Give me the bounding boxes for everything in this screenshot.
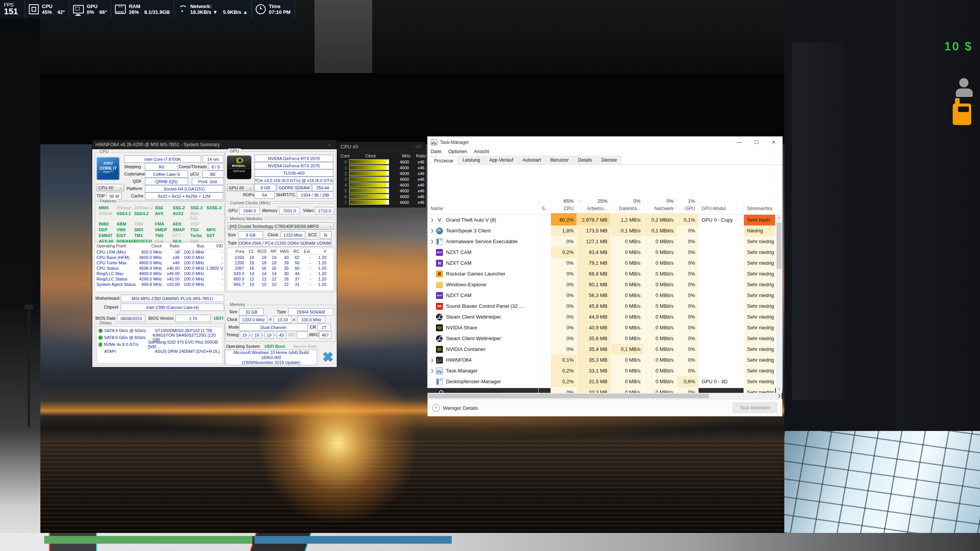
scroll-up-icon[interactable]: ˄	[776, 215, 782, 221]
gpu-select[interactable]: GPU #0⌄	[227, 184, 254, 191]
table-row[interactable]: TeamSpeak 3 Client 1,8% 173,5 MB 0,1 MB/…	[428, 225, 775, 236]
network-cell: 0,1 MBit/s	[644, 225, 677, 236]
rops-label: ROPs	[243, 192, 254, 197]
table-row[interactable]: Rockstar Games Launcher 0% 66,8 MB 0 MB/…	[428, 269, 775, 279]
tab[interactable]: Autostart	[518, 156, 545, 164]
column-network[interactable]: 0% Netzwerk	[644, 197, 677, 214]
tab[interactable]: Details	[574, 156, 596, 164]
fps-value: 151	[4, 7, 18, 16]
tab[interactable]: App-Verlauf	[485, 156, 517, 164]
maximize-button[interactable]: ☐	[748, 137, 765, 148]
gpu-engine-cell	[698, 387, 744, 393]
memory-module-select[interactable]: [#0] Crucial Technology CT8G4DFS8266.M8F…	[228, 222, 334, 230]
gpu-cell: 0%	[677, 322, 698, 333]
table-row[interactable]: Grand Theft Auto V (8) 60,2% 2.979,7 MB …	[428, 215, 775, 225]
table-row[interactable]: Steam Client WebHelper 0% 33,3 MB 0 MB/s…	[428, 387, 775, 393]
cpu-select[interactable]: CPU #0⌄	[97, 184, 124, 191]
cpu-cell: 60,2%	[551, 215, 577, 225]
tab[interactable]: Benutzer	[546, 156, 573, 164]
cpu-feature: TBM	[134, 222, 155, 226]
taskmgr-titlebar[interactable]: Task-Manager — ☐ ✕	[428, 137, 782, 148]
vertical-scrollbar[interactable]: ˄ ˅	[776, 215, 782, 393]
minimize-button[interactable]: —	[730, 137, 748, 148]
table-row[interactable]: NZXT CAM 0,2% 93,4 MB 0 MB/s 0 MBit/s 0%…	[428, 247, 775, 258]
column-status[interactable]: S...	[538, 197, 551, 214]
expand-chevron-icon[interactable]	[429, 355, 435, 366]
close-icon[interactable]: x	[415, 145, 422, 149]
table-row[interactable]: Task-Manager 0,2% 33,1 MB 0 MB/s 0 MBit/…	[428, 366, 775, 376]
table-row[interactable]: Antimalware Service Executable 0% 127,1 …	[428, 236, 775, 247]
scrollbar-thumb[interactable]	[428, 394, 709, 398]
power-usage-cell: Niedrig	[744, 225, 775, 236]
column-cpu[interactable]: 65% CPU	[551, 197, 577, 214]
table-row[interactable]: NVIDIA Container 0% 35,4 MB 0,1 MB/s 0 M…	[428, 344, 775, 355]
gpu-name2-field: NVIDIA GeForce RTX 2070	[255, 162, 333, 169]
mm-clock-label: Clock	[268, 232, 278, 237]
game-background-right	[784, 0, 980, 551]
memory-cell: 35,6 MB	[577, 333, 611, 344]
table-row[interactable]: Windows-Explorer 0% 60,1 MB 0 MB/s 0 MBi…	[428, 279, 775, 290]
tab[interactable]: Prozesse	[430, 156, 458, 165]
stepping-label: Stepping	[124, 164, 141, 169]
gpu-engine-cell	[698, 225, 744, 236]
table-row[interactable]: Desktopfenster-Manager 0,2% 31,5 MB 0 MB…	[428, 376, 775, 387]
memory-timing-row: 1067 16 16 16 35 50 - 1.20	[227, 265, 334, 271]
column-gpu[interactable]: 1% GPU	[677, 197, 698, 214]
table-row[interactable]: Steam Client WebHelper 0% 35,6 MB 0 MB/s…	[428, 333, 775, 344]
menu-item[interactable]: Ansicht	[474, 149, 489, 154]
core-mhz: 4600	[389, 183, 409, 187]
column-gpu-engine[interactable]: GPU-Modul	[698, 197, 744, 214]
column-memory[interactable]: ⌄ 25% Arbeitss...	[577, 197, 611, 214]
trc-label: tRC	[288, 332, 296, 337]
gpu-engine-cell: GPU 0 - Copy	[698, 215, 744, 225]
bus-width-field: 256-bit	[312, 184, 333, 191]
gpu-temp: 66°	[100, 9, 107, 15]
expand-chevron-icon[interactable]	[429, 215, 435, 225]
vram-type-field: GDDR6 SDRAM	[277, 184, 311, 191]
table-row[interactable]: NZXT CAM 0% 56,3 MB 0 MB/s 0 MBit/s 0% S…	[428, 290, 775, 301]
less-details-toggle[interactable]: ˄ Weniger Details	[432, 404, 478, 412]
network-cell: 0 MBit/s	[644, 322, 677, 333]
table-row[interactable]: Steam Client WebHelper 0% 44,9 MB 0 MB/s…	[428, 312, 775, 322]
table-row[interactable]: NVIDIA Share 0% 40,9 MB 0 MB/s 0 MBit/s …	[428, 322, 775, 333]
table-row[interactable]: Sound Blaster Control Panel (32 ... 0% 4…	[428, 301, 775, 312]
close-button[interactable]: ✕	[765, 137, 782, 148]
process-icon	[436, 217, 443, 224]
cpu-cell: 0%	[551, 344, 577, 355]
column-power[interactable]: Stromverbrau	[744, 197, 775, 214]
player-icon-body	[956, 88, 973, 97]
end-task-button[interactable]: Task beenden	[733, 402, 777, 413]
column-name[interactable]: Name	[428, 197, 538, 214]
process-name: Steam Client WebHelper	[446, 387, 501, 393]
scroll-right-icon[interactable]: ❯	[778, 393, 781, 399]
hwinfo-close-button[interactable]: ✖	[320, 349, 335, 365]
hwinfo-titlebar[interactable]: HWiNFO64 v6.28-4200 @ MSI MS-7B51 - Syst…	[92, 140, 337, 149]
expand-chevron-icon[interactable]	[429, 236, 435, 247]
process-icon	[436, 270, 443, 277]
column-disk[interactable]: 0% Datenträ...	[611, 197, 644, 214]
close-icon[interactable]: x	[325, 142, 334, 147]
table-row[interactable]: NZXT CAM 0% 79,1 MB 0 MB/s 0 MBit/s 0% S…	[428, 258, 775, 269]
core-ratio: x46	[409, 189, 424, 193]
gpu-engine-cell	[698, 269, 744, 279]
tab[interactable]: Leistung	[458, 156, 484, 164]
horizontal-scrollbar[interactable]: ❯	[428, 393, 782, 399]
menu-item[interactable]: Datei	[431, 149, 441, 154]
menu-item[interactable]: Optionen	[448, 149, 467, 154]
clk-gpu-label: GPU	[228, 208, 238, 213]
expand-chevron-icon[interactable]	[429, 366, 435, 376]
cpu-sensor-titlebar[interactable]: CPU #0 x	[338, 142, 425, 152]
status-cell	[538, 247, 551, 258]
table-row[interactable]: HWiNFO64 0,1% 35,3 MB 0 MB/s 0 MBit/s 0%…	[428, 355, 775, 366]
scroll-down-icon[interactable]: ˅	[776, 386, 782, 393]
memory-cell: 44,9 MB	[577, 312, 611, 322]
cpu-cell: 0%	[551, 258, 577, 269]
operating-point-row: CPU LFM (Min) 800.0 MHz x8 100.0 MHz -	[95, 249, 225, 255]
scrollbar-thumb[interactable]	[777, 222, 782, 269]
expand-chevron-icon[interactable]	[429, 225, 435, 236]
network-cell: 0 MBit/s	[644, 290, 677, 301]
cpu-feature: MPX	[206, 227, 222, 232]
tab[interactable]: Dienste	[597, 156, 621, 164]
clk-video-label: Video	[303, 208, 314, 213]
disk-cell: 0 MB/s	[611, 290, 644, 301]
